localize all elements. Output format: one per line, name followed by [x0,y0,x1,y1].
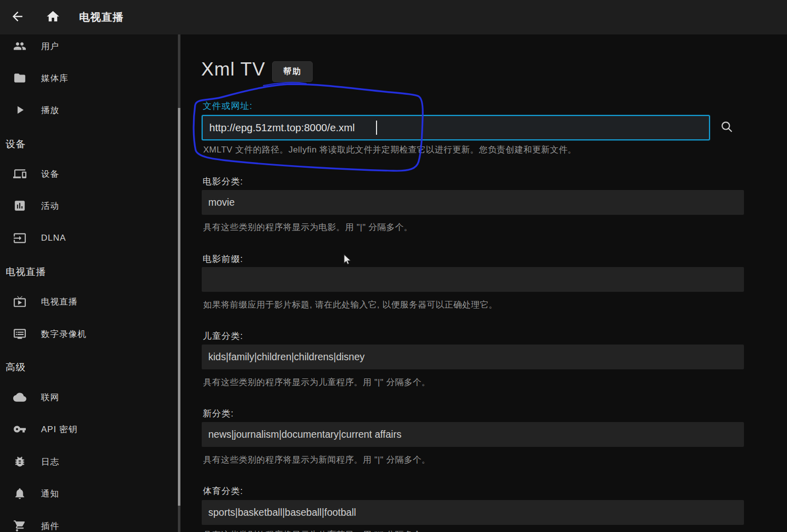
bell-icon [13,486,27,501]
sidebar-item-label: API 密钥 [41,424,78,435]
kids-categories-help: 具有这些类别的程序将显示为儿童程序。用 "|" 分隔多个。 [203,376,430,388]
input-icon [13,231,27,245]
sidebar-item-label: 活动 [41,200,59,212]
play-icon [13,103,27,117]
bar-chart-icon [13,199,27,213]
movie-prefix-label: 电影前缀: [203,253,243,265]
cart-icon [13,519,27,532]
home-button[interactable] [42,6,64,28]
text-caret [376,121,377,135]
kids-categories-label: 儿童分类: [203,330,243,342]
sidebar-item-networking[interactable]: 联网 [0,385,177,409]
sidebar-scrollbar-thumb[interactable] [178,108,180,506]
sidebar-item-label: 日志 [41,456,59,468]
sidebar-item-label: 联网 [41,392,59,403]
dvr-icon [13,327,27,341]
news-categories-help: 具有这些类别的程序将显示为新闻程序。用 "|" 分隔多个。 [203,454,430,466]
sidebar-item-library[interactable]: 媒体库 [0,66,177,90]
movie-categories-help: 具有这些类别的程序将显示为电影。用 "|" 分隔多个。 [203,221,413,233]
sidebar-item-playback[interactable]: 播放 [0,98,177,122]
sidebar-item-apikeys[interactable]: API 密钥 [0,417,177,441]
top-bar: 电视直播 [0,0,787,34]
sidebar-item-label: 设备 [41,168,59,180]
sidebar-item-label: 媒体库 [41,72,68,84]
sidebar-item-dlna[interactable]: DLNA [0,226,177,250]
sidebar-header-livetv: 电视直播 [6,265,46,279]
sidebar-header-advanced: 高级 [6,361,26,374]
home-icon [46,9,60,25]
sidebar-item-label: 通知 [41,488,59,500]
back-arrow-icon [10,9,25,25]
back-button[interactable] [6,6,28,28]
sidebar-item-activity[interactable]: 活动 [0,194,177,218]
movie-prefix-help: 如果将前缀应用于影片标题, 请在此处输入它, 以便服务器可以正确处理它。 [203,299,498,311]
sidebar-item-label: 插件 [41,520,59,532]
sidebar-item-dvr[interactable]: 数字录像机 [0,322,177,346]
kids-categories-input[interactable] [202,345,744,369]
file-url-input[interactable] [202,115,710,140]
sidebar-item-users[interactable]: 用户 [0,34,177,58]
sidebar-item-label: 数字录像机 [41,328,87,340]
sidebar-item-logs[interactable]: 日志 [0,449,177,474]
page-title: 电视直播 [79,10,124,24]
help-button[interactable]: 帮助 [272,61,313,82]
devices-icon [13,167,27,181]
file-url-label: 文件或网址: [203,100,252,112]
sidebar-item-label: 电视直播 [41,296,78,308]
sports-categories-input[interactable] [202,500,744,525]
bug-icon [13,454,27,469]
sidebar: 用户 媒体库 播放 设备 设备 活动 DLNA 电视直播 电视直播 数字录像机 … [0,34,180,532]
sidebar-item-devices[interactable]: 设备 [0,162,177,186]
movie-categories-input[interactable] [202,190,744,215]
sidebar-item-label: 用户 [41,41,59,52]
cloud-icon [13,390,27,404]
page-heading: Xml TV [201,59,266,80]
sidebar-item-notifications[interactable]: 通知 [0,481,177,506]
sidebar-item-label: DLNA [41,233,66,243]
sports-categories-help: 具有这些类别的程序将显示为体育节目。用 "|" 分隔多个。 [203,529,430,532]
movie-prefix-input[interactable] [202,267,744,292]
news-categories-label: 新分类: [203,407,234,420]
movie-categories-label: 电影分类: [203,175,243,187]
sidebar-header-devices: 设备 [6,138,26,151]
sidebar-item-livetv[interactable]: 电视直播 [0,289,177,314]
file-url-help: XMLTV 文件的路径。Jellyfin 将读取此文件并定期检查它以进行更新。您… [203,144,577,156]
sidebar-item-plugins[interactable]: 插件 [0,514,177,532]
search-icon [720,120,734,135]
search-button[interactable] [718,118,736,136]
news-categories-input[interactable] [202,422,744,447]
users-icon [13,39,27,53]
sports-categories-label: 体育分类: [203,485,243,497]
live-tv-icon [13,294,27,309]
key-icon [13,422,27,436]
folder-icon [13,71,27,85]
sidebar-item-label: 播放 [41,104,59,116]
